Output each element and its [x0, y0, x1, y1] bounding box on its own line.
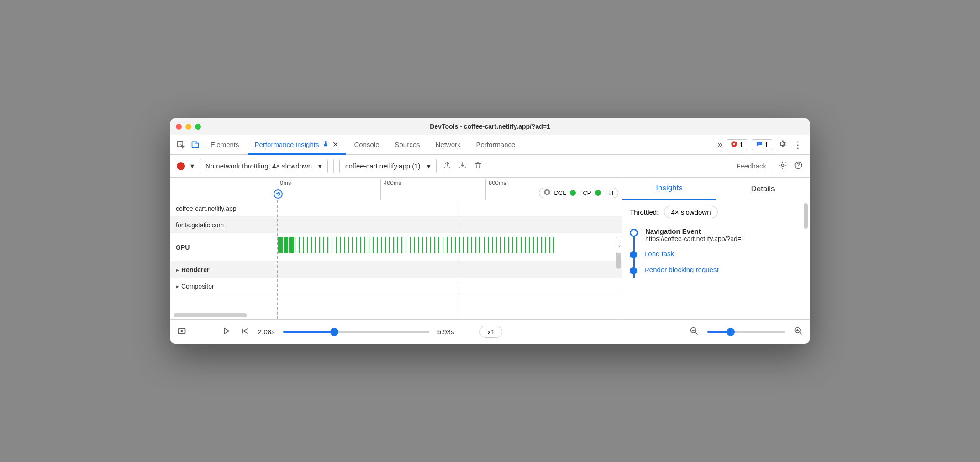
chevron-down-icon: ▾ — [318, 162, 322, 170]
collapse-side-panel-button[interactable]: › — [616, 237, 622, 253]
compositor-track-row[interactable]: ▸ Compositor — [170, 278, 622, 294]
minimize-window-button[interactable] — [185, 124, 191, 130]
device-toolbar-icon[interactable] — [189, 138, 202, 152]
vertical-scrollbar[interactable] — [804, 203, 808, 229]
tab-details[interactable]: Details — [716, 178, 810, 200]
tab-performance-insights[interactable]: Performance insights ✕ — [248, 135, 346, 155]
preview-toggle-icon[interactable] — [177, 326, 187, 337]
side-panel: Insights Details Throttled: 4× slowdown … — [622, 178, 810, 319]
panel-settings-icon[interactable] — [778, 161, 788, 172]
timeline-panel: ⟲ 0ms 400ms 800ms DCL FCP TTI coffe — [170, 178, 622, 319]
main-content: ⟲ 0ms 400ms 800ms DCL FCP TTI coffe — [170, 178, 810, 319]
svg-rect-4 — [758, 143, 761, 143]
insight-event-render-blocking[interactable]: Render blocking request — [630, 262, 802, 278]
errors-badge[interactable]: 1 — [727, 139, 747, 150]
throttling-pill[interactable]: 4× slowdown — [664, 206, 717, 218]
network-track-row[interactable]: fonts.gstatic.com — [170, 217, 622, 233]
playback-bar: 2.08s 5.93s x1 — [170, 319, 810, 344]
expand-arrow-icon[interactable]: ▸ — [176, 266, 181, 273]
playback-start-time: 2.08s — [258, 328, 275, 336]
export-icon[interactable] — [442, 161, 452, 171]
import-icon[interactable] — [458, 161, 468, 171]
more-tabs-button[interactable]: » — [717, 140, 722, 149]
guide-line — [458, 200, 458, 319]
renderer-track-row[interactable]: ▸ Renderer — [170, 262, 622, 278]
insight-event-navigation[interactable]: Navigation Event https://coffee-cart.net… — [630, 224, 802, 246]
network-track-row[interactable]: coffee-cart.netlify.app — [170, 200, 622, 217]
inspect-element-icon[interactable] — [174, 138, 188, 152]
event-bullet-icon — [630, 229, 638, 237]
rewind-button[interactable] — [240, 327, 250, 337]
svg-rect-5 — [758, 143, 760, 144]
event-bullet-icon — [630, 267, 637, 274]
devtools-window: DevTools - coffee-cart.netlify.app/?ad=1… — [170, 118, 810, 344]
message-icon — [756, 141, 763, 149]
expand-arrow-icon[interactable]: ▸ — [176, 283, 181, 290]
window-title: DevTools - coffee-cart.netlify.app/?ad=1 — [170, 123, 810, 130]
ruler-tick: 400ms — [380, 179, 401, 200]
maximize-window-button[interactable] — [195, 124, 201, 130]
titlebar: DevTools - coffee-cart.netlify.app/?ad=1 — [170, 118, 810, 135]
zoom-in-icon[interactable] — [793, 326, 803, 337]
record-options-dropdown[interactable]: ▾ — [190, 162, 194, 170]
svg-point-10 — [181, 330, 182, 331]
record-button[interactable] — [177, 162, 185, 170]
close-tab-button[interactable]: ✕ — [332, 140, 338, 149]
throttling-select[interactable]: No network throttling, 4× slowdown ▾ — [200, 159, 328, 173]
timing-markers-legend[interactable]: DCL FCP TTI — [539, 188, 618, 198]
help-icon[interactable] — [793, 161, 803, 172]
traffic-lights — [176, 124, 201, 130]
throttling-info: Throttled: 4× slowdown — [622, 200, 810, 224]
chevron-down-icon: ▾ — [427, 162, 431, 170]
kebab-menu-icon[interactable]: ⋮ — [792, 139, 803, 150]
play-button[interactable] — [221, 327, 232, 337]
tti-marker-icon — [595, 190, 601, 196]
panel-tabstrip: Elements Performance insights ✕ Console … — [170, 135, 810, 155]
cursor-line — [277, 200, 278, 319]
insight-event-long-task[interactable]: Long task — [630, 246, 802, 262]
event-bullet-icon — [630, 251, 637, 258]
svg-point-8 — [545, 190, 549, 194]
playback-speed-pill[interactable]: x1 — [479, 326, 502, 338]
zoom-slider[interactable] — [707, 331, 785, 333]
tab-performance[interactable]: Performance — [469, 135, 523, 155]
settings-icon[interactable] — [777, 139, 788, 150]
tab-network[interactable]: Network — [428, 135, 468, 155]
feedback-link[interactable]: Feedback — [736, 162, 766, 170]
delete-icon[interactable] — [473, 161, 483, 171]
tab-elements[interactable]: Elements — [203, 135, 247, 155]
playback-slider[interactable] — [283, 331, 429, 333]
horizontal-scrollbar[interactable] — [174, 313, 247, 317]
experiment-icon — [322, 141, 329, 148]
tab-insights[interactable]: Insights — [622, 178, 716, 200]
tab-console[interactable]: Console — [347, 135, 386, 155]
fcp-marker-icon — [570, 190, 576, 196]
svg-rect-2 — [195, 143, 199, 147]
svg-rect-9 — [179, 328, 185, 334]
tab-sources[interactable]: Sources — [387, 135, 427, 155]
svg-point-6 — [782, 164, 784, 166]
insights-toolbar: ▾ No network throttling, 4× slowdown ▾ c… — [170, 155, 810, 178]
gpu-activity-bars — [278, 237, 619, 253]
tracks-container: coffee-cart.netlify.app fonts.gstatic.co… — [170, 200, 622, 319]
time-ruler[interactable]: 0ms 400ms 800ms DCL FCP TTI — [275, 178, 622, 200]
side-panel-tabs: Insights Details — [622, 178, 810, 200]
reset-viewport-icon[interactable]: ⟲ — [274, 189, 283, 199]
dcl-marker-icon — [544, 189, 550, 197]
insights-timeline: Navigation Event https://coffee-cart.net… — [622, 224, 810, 278]
error-icon — [731, 141, 738, 149]
recording-select[interactable]: coffee-cart.netlify.app (1) ▾ — [339, 159, 437, 173]
close-window-button[interactable] — [176, 124, 182, 130]
zoom-out-icon[interactable] — [689, 326, 699, 337]
ruler-tick: 800ms — [485, 179, 506, 200]
messages-badge[interactable]: 1 — [752, 139, 772, 150]
playback-end-time: 5.93s — [437, 328, 454, 336]
